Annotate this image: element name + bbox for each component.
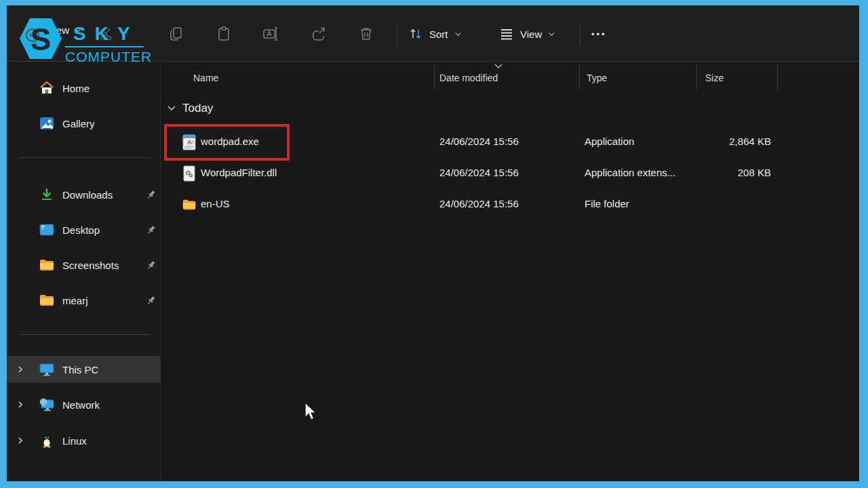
cut-button[interactable] [95,22,118,45]
column-header-size[interactable]: Size [705,68,724,88]
sidebar-item-network[interactable]: Network [7,391,161,418]
share-button[interactable] [307,22,330,45]
command-toolbar: New Sort [7,5,859,62]
file-type: Application extens... [585,167,675,178]
trash-icon [358,26,374,42]
copy-button[interactable] [165,22,188,45]
screenshot-frame: New Sort [0,0,868,488]
folder-icon [182,197,197,213]
sidebar-item-home[interactable]: Home [7,75,161,102]
sidebar-item-label: Network [62,399,100,411]
column-header-name[interactable]: Name [193,68,218,88]
new-button[interactable]: New [27,22,82,38]
folder-icon [39,257,55,273]
sidebar-item-desktop[interactable]: Desktop [7,216,161,243]
sidebar-item-downloads[interactable]: Downloads [7,181,161,208]
chevron-right-icon [16,436,24,445]
this-pc-icon [39,361,55,378]
sidebar-divider [20,157,151,158]
file-row-wordpadfilter-dll[interactable]: WordpadFilter.dll 24/06/2024 15:56 Appli… [161,158,852,189]
sidebar-item-label: Screenshots [62,260,119,271]
file-name: WordpadFilter.dll [201,167,277,178]
linux-penguin-icon [39,432,55,449]
column-header-type[interactable]: Type [587,68,607,88]
group-header-label: Today [182,102,213,115]
network-icon [39,396,55,413]
file-row-en-us-folder[interactable]: en-US 24/06/2024 15:56 File folder [161,189,852,220]
see-more-button[interactable]: ••• [589,22,610,45]
file-date-modified: 24/06/2024 15:56 [439,198,519,209]
column-divider[interactable] [696,65,697,89]
red-highlight-box [164,124,290,161]
sort-arrows-icon [408,26,423,41]
share-icon [311,26,327,42]
sidebar-item-label: Home [62,83,90,94]
paste-icon [216,26,232,42]
home-icon [39,80,55,96]
sidebar-item-label: Linux [62,435,87,447]
file-date-modified: 24/06/2024 15:56 [439,136,519,147]
view-lines-icon [499,26,514,41]
delete-button[interactable] [355,22,378,45]
pin-icon [146,224,157,235]
chevron-down-icon [454,30,462,38]
sidebar-item-label: Desktop [62,224,100,236]
navigation-pane: Home Gallery Downloads Desktop Screensho… [7,62,161,481]
pin-icon [146,295,157,306]
file-type: Application [585,136,634,147]
sidebar-item-gallery[interactable]: Gallery [7,110,161,137]
dll-file-icon [182,165,197,182]
file-size: 208 KB [676,167,771,178]
gallery-icon [39,115,55,131]
pin-icon [146,260,157,270]
new-button-label: New [49,24,69,36]
view-button[interactable]: View [496,22,558,45]
mouse-cursor [303,401,319,423]
sidebar-divider [20,334,151,335]
sidebar-item-screenshots[interactable]: Screenshots [7,251,161,279]
chevron-right-icon [16,365,24,373]
group-header-today[interactable]: Today [167,102,213,115]
chevron-down-icon [75,26,82,34]
sidebar-item-label: This PC [62,364,98,375]
rename-icon [262,26,280,42]
file-type: File folder [585,198,629,209]
chevron-right-icon [16,401,24,409]
sidebar-item-label: Gallery [62,118,95,129]
paste-button[interactable] [212,22,235,45]
column-divider[interactable] [434,65,435,89]
sidebar-item-label: mearj [62,295,88,306]
toolbar-divider [580,23,580,46]
copy-icon [168,26,184,42]
downloads-icon [39,186,55,203]
rename-button[interactable] [260,22,283,45]
sidebar-item-linux[interactable]: Linux [7,427,161,454]
cut-icon [98,26,115,42]
sort-button-label: Sort [429,28,448,40]
chevron-down-icon [548,30,555,38]
sidebar-item-label: Downloads [62,189,113,201]
column-divider[interactable] [579,65,580,89]
sort-direction-chevron-icon [494,63,503,69]
view-button-label: View [520,28,542,40]
sidebar-item-this-pc[interactable]: This PC [7,356,161,383]
see-more-icon: ••• [591,29,607,39]
column-header-date-modified[interactable]: Date modified [439,68,498,88]
file-explorer-window: New Sort [7,5,859,481]
desktop-icon [39,222,55,238]
file-size: 2,864 KB [676,136,771,147]
toolbar-divider [397,23,397,46]
pin-icon [146,189,157,200]
sort-button[interactable]: Sort [406,22,465,45]
plus-circle-icon [27,22,43,38]
chevron-down-icon [167,105,176,112]
sidebar-item-mearj[interactable]: mearj [7,287,161,314]
file-date-modified: 24/06/2024 15:56 [439,167,519,178]
column-divider[interactable] [777,65,778,89]
file-name: en-US [201,198,230,209]
folder-icon [39,292,55,308]
